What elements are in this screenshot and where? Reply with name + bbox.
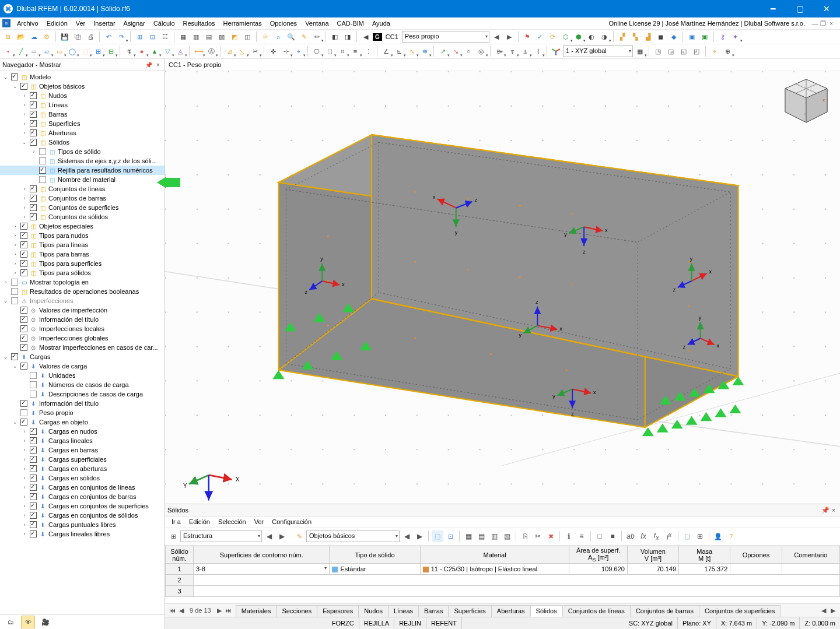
twisty-icon[interactable]: › xyxy=(21,522,28,528)
t2-k2[interactable]: ⎕ xyxy=(324,45,335,57)
cc-prev[interactable]: ◀ xyxy=(491,31,502,43)
t2-g1[interactable]: ⊞ xyxy=(92,45,104,57)
tb-d5[interactable]: ⬢ xyxy=(573,31,584,43)
tb-e1[interactable]: ▞ xyxy=(617,31,628,43)
tb-b3[interactable]: 🔍 xyxy=(285,31,297,43)
sp-tb-xls[interactable]: ▢ xyxy=(681,530,693,542)
t2-m1[interactable]: ↗ xyxy=(437,45,449,57)
sp-combo-1[interactable]: Estructura xyxy=(180,530,262,542)
tree-item[interactable]: ⊙Imperfecciones locales xyxy=(0,324,164,333)
sp-nav-prev1[interactable]: ◀ xyxy=(263,530,275,542)
sp-menu-seleccion[interactable]: Selección xyxy=(214,518,250,526)
twisty-icon[interactable]: › xyxy=(12,223,19,229)
menu-herramientas[interactable]: Herramientas xyxy=(219,19,266,28)
tree-item[interactable]: ›⬇Cargas puntuales libres xyxy=(0,520,164,529)
sp-tb-sel2[interactable]: ⊡ xyxy=(444,530,456,542)
tree-item[interactable]: ⌄⚠Imperfecciones xyxy=(0,296,164,305)
t2-p1[interactable]: ◳ xyxy=(652,45,664,57)
sp-tb-b2[interactable]: ✂ xyxy=(532,530,544,542)
t2-l4[interactable]: ≋ xyxy=(419,45,430,57)
close-button[interactable]: ✕ xyxy=(813,0,840,17)
tree-item[interactable]: ⬇Números de casos de carga xyxy=(0,380,164,389)
tree-item[interactable]: ⌄⬇Cargas en objeto xyxy=(0,417,164,427)
twisty-icon[interactable]: › xyxy=(12,233,19,238)
twisty-icon[interactable]: › xyxy=(21,111,28,117)
sp-nav-next2[interactable]: ▶ xyxy=(414,530,425,542)
menu-ayuda[interactable]: Ayuda xyxy=(368,19,394,28)
menu-ventana[interactable]: Ventana xyxy=(301,19,332,28)
t2-n1[interactable]: ⌲ xyxy=(494,45,505,57)
nav-pin-button[interactable]: 📌 xyxy=(145,61,153,69)
col-mat[interactable]: Material xyxy=(420,546,569,564)
twisty-icon[interactable]: › xyxy=(30,149,37,154)
bottom-tab[interactable]: Líneas xyxy=(388,605,419,617)
t2-l2[interactable]: ⊾ xyxy=(393,45,405,57)
tab-prev[interactable]: ◀ xyxy=(177,607,186,614)
status-rejlin[interactable]: REJLIN xyxy=(394,617,426,629)
tree-item[interactable]: ›⬇Cargas en conjuntos de barras xyxy=(0,492,164,501)
save-button[interactable]: 💾 xyxy=(59,31,71,43)
t2-surf[interactable]: ▱ xyxy=(41,45,52,57)
checkbox[interactable] xyxy=(20,307,27,314)
twisty-icon[interactable]: › xyxy=(21,503,28,509)
checkbox[interactable] xyxy=(11,279,18,286)
tree-item[interactable]: ›◫Tipos de sólido xyxy=(0,147,164,156)
tree-item[interactable]: ◫Nombre del material xyxy=(0,175,164,184)
tree-item[interactable]: ›⬇Cargas en conjuntos de superficies xyxy=(0,501,164,511)
sp-tb-b3[interactable]: ✖ xyxy=(545,530,556,542)
status-refent[interactable]: REFENT xyxy=(426,617,462,629)
tree-item[interactable]: ›◫Objetos especiales xyxy=(0,222,164,231)
twisty-icon[interactable]: ⌄ xyxy=(12,419,19,425)
checkbox[interactable] xyxy=(30,475,37,482)
twisty-icon[interactable]: › xyxy=(21,102,28,108)
checkbox[interactable] xyxy=(30,129,37,136)
tree-item[interactable]: ◫Sistemas de ejes x,y,z de los sóli... xyxy=(0,156,164,166)
twisty-icon[interactable]: › xyxy=(21,494,28,500)
tb-f1[interactable]: ▣ xyxy=(686,31,698,43)
tb-b4[interactable]: ✎ xyxy=(298,31,310,43)
minimize-button[interactable]: ━ xyxy=(760,0,786,17)
sp-tb-a4[interactable]: ▧ xyxy=(501,530,513,542)
t2-k5[interactable]: ⋮ xyxy=(362,45,374,57)
t2-i1[interactable]: ⊿ xyxy=(223,45,235,57)
checkbox[interactable] xyxy=(30,493,37,500)
t2-p2[interactable]: ◲ xyxy=(665,45,677,57)
tree-item[interactable]: ◫Resultados de operaciones booleanas xyxy=(0,287,164,296)
tree-item[interactable]: ›◫Aberturas xyxy=(0,128,164,138)
tree-item[interactable]: ›◫Barras xyxy=(0,110,164,119)
checkbox[interactable] xyxy=(20,419,27,426)
checkbox[interactable] xyxy=(11,288,18,295)
sp-nav-prev2[interactable]: ◀ xyxy=(401,530,412,542)
twisty-icon[interactable]: › xyxy=(21,447,28,453)
coord-combo[interactable]: 1 - XYZ global xyxy=(563,45,633,57)
twisty-icon[interactable]: › xyxy=(21,214,28,220)
tree-item[interactable]: ›◫Conjuntos de barras xyxy=(0,194,164,203)
mdi-min[interactable]: — xyxy=(811,20,819,27)
checkbox[interactable] xyxy=(20,83,27,90)
solids-table[interactable]: Sólidonúm. Superficies de contorno núm. … xyxy=(165,546,840,597)
t2-n4[interactable]: ⌇ xyxy=(532,45,544,57)
tree-item[interactable]: ›◫Tipos para nudos xyxy=(0,231,164,240)
tree-item[interactable]: ›⬇Cargas en conjuntos de líneas xyxy=(0,483,164,492)
t2-q1[interactable]: ⌖ xyxy=(709,45,720,57)
tb-a3[interactable]: ☷ xyxy=(159,31,171,43)
checkbox[interactable] xyxy=(30,456,37,463)
tab-first[interactable]: ⏮ xyxy=(167,607,177,614)
checkbox[interactable] xyxy=(39,148,46,155)
tree-item[interactable]: ⬇Información del título xyxy=(0,399,164,408)
tree-item[interactable]: ›⬇Cargas superficiales xyxy=(0,455,164,464)
checkbox[interactable] xyxy=(30,372,37,379)
tb-a6[interactable]: ▤ xyxy=(203,31,215,43)
t2-m3[interactable]: ○ xyxy=(463,45,474,57)
tree-item[interactable]: ⌄⬇Valores de carga xyxy=(0,361,164,371)
sp-tb-fx2[interactable]: fx xyxy=(638,530,649,542)
checkbox[interactable] xyxy=(39,167,46,174)
tree-item[interactable]: ⬇Peso propio xyxy=(0,408,164,417)
sp-tb-user[interactable]: 👤 xyxy=(712,530,724,542)
twisty-icon[interactable]: › xyxy=(12,251,19,257)
twisty-icon[interactable]: › xyxy=(21,531,28,537)
tree-item[interactable]: ›◫Conjuntos de líneas xyxy=(0,184,164,194)
tree-item[interactable]: ›◫Tipos para sólidos xyxy=(0,268,164,277)
twisty-icon[interactable]: › xyxy=(21,484,28,490)
undo-button[interactable]: ↶ xyxy=(103,31,114,43)
